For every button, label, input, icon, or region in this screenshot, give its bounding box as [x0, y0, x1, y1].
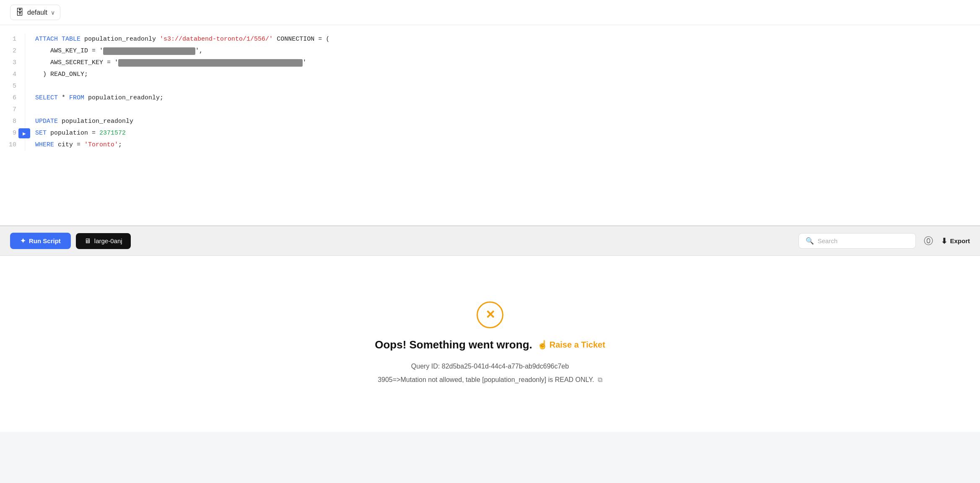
search-placeholder: Search	[817, 237, 837, 244]
instance-label: large-0anj	[94, 237, 122, 244]
run-script-button[interactable]: ✦ Run Script	[10, 233, 71, 249]
error-message: 3905=>Mutation not allowed, table [popul…	[378, 373, 602, 387]
code-line-3: AWS_SECRET_KEY = ''	[35, 57, 970, 69]
database-icon: 🗄	[16, 8, 24, 17]
spark-icon: ✦	[20, 237, 26, 245]
code-line-4: ) READ_ONLY;	[35, 69, 970, 80]
error-x-icon: ✕	[485, 309, 495, 321]
query-id: Query ID: 82d5ba25-041d-44c4-a77b-ab9dc6…	[378, 360, 602, 373]
code-line-1: ATTACH TABLE population_readonly 's3://d…	[35, 34, 970, 45]
help-icon: ⓪	[924, 235, 933, 247]
bottom-toolbar: ✦ Run Script 🖥 large-0anj 🔍 Search ⓪ ⬇ E…	[0, 226, 980, 256]
error-title-text: Oops! Something went wrong.	[375, 338, 532, 351]
ticket-emoji: ☝️	[537, 340, 548, 350]
search-box[interactable]: 🔍 Search	[799, 233, 916, 249]
db-selector[interactable]: 🗄 default ∨	[10, 5, 60, 20]
code-content[interactable]: ATTACH TABLE population_readonly 's3://d…	[25, 34, 980, 151]
code-line-10: WHERE city = 'Toronto';	[35, 139, 970, 151]
instance-badge[interactable]: 🖥 large-0anj	[76, 233, 131, 249]
monitor-icon: 🖥	[84, 237, 91, 245]
copy-icon-button[interactable]: ⧉	[598, 376, 602, 384]
raise-ticket-link[interactable]: ☝️ Raise a Ticket	[537, 340, 605, 350]
run-line-button[interactable]	[18, 128, 30, 138]
code-line-5	[35, 80, 970, 92]
code-line-9: SET population = 2371572	[35, 127, 970, 139]
help-button[interactable]: ⓪	[921, 234, 936, 249]
error-message-text: 3905=>Mutation not allowed, table [popul…	[378, 376, 594, 383]
code-editor: 1 2 3 4 5 6 7 8 9 10 ATTACH TABLE popula…	[0, 25, 980, 226]
run-script-label: Run Script	[29, 237, 61, 244]
header: 🗄 default ∨	[0, 0, 980, 25]
search-icon: 🔍	[806, 237, 814, 245]
code-line-6: SELECT * FROM population_readonly;	[35, 92, 970, 104]
export-icon: ⬇	[941, 236, 947, 246]
error-title: Oops! Something went wrong. ☝️ Raise a T…	[375, 338, 605, 351]
code-line-2: AWS_KEY_ID = '',	[35, 45, 970, 57]
error-details: Query ID: 82d5ba25-041d-44c4-a77b-ab9dc6…	[378, 360, 602, 387]
chevron-down-icon: ∨	[51, 9, 55, 16]
ticket-label: Raise a Ticket	[550, 340, 605, 350]
export-button[interactable]: ⬇ Export	[941, 236, 970, 246]
db-name: default	[27, 9, 47, 16]
code-line-7	[35, 104, 970, 116]
error-icon-circle: ✕	[477, 301, 503, 328]
results-panel: ✕ Oops! Something went wrong. ☝️ Raise a…	[0, 256, 980, 432]
code-line-8: UPDATE population_readonly	[35, 116, 970, 127]
export-label: Export	[950, 237, 970, 244]
